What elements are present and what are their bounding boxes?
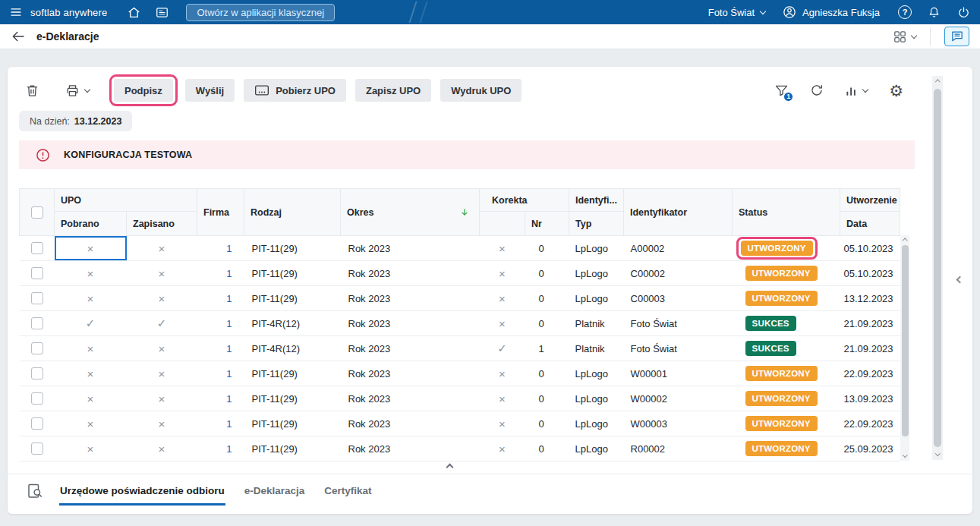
table-row[interactable]: × × 1 PIT-11(29) Rok 2023 × 0 LpLogo W00…: [20, 361, 900, 386]
row-checkbox[interactable]: [31, 317, 43, 329]
group-header-upo[interactable]: UPO: [55, 189, 197, 212]
back-icon[interactable]: [11, 29, 26, 44]
cell-nr[interactable]: 0: [525, 286, 569, 311]
scroll-up-icon[interactable]: [932, 76, 943, 87]
cell-okres[interactable]: Rok 2023: [341, 286, 480, 311]
column-header-nr[interactable]: Nr: [525, 212, 569, 236]
cell-status[interactable]: UTWORZONY: [733, 236, 840, 261]
row-checkbox[interactable]: [31, 342, 43, 354]
cell-rodzaj[interactable]: PIT-11(29): [244, 361, 341, 386]
cell-korekta[interactable]: ×: [480, 286, 525, 311]
cell-korekta[interactable]: ×: [480, 386, 525, 411]
column-header-korekta-flag[interactable]: [480, 212, 525, 236]
table-row[interactable]: × × 1 PIT-11(29) Rok 2023 × 0 LpLogo W00…: [20, 386, 900, 411]
cell-nr[interactable]: 0: [525, 236, 569, 261]
table-row[interactable]: × × 1 PIT-11(29) Rok 2023 × 0 LpLogo W00…: [20, 411, 900, 436]
page-scrollbar[interactable]: [932, 76, 943, 460]
cell-typ[interactable]: LpLogo: [569, 361, 624, 386]
cell-zapisano[interactable]: ✓: [127, 311, 197, 336]
open-classic-button[interactable]: Otwórz w aplikacji klasycznej: [186, 4, 335, 21]
cell-select[interactable]: [20, 311, 55, 336]
cell-select[interactable]: [20, 436, 55, 461]
cell-rodzaj[interactable]: PIT-4R(12): [244, 311, 341, 336]
cell-firma[interactable]: 1: [197, 311, 244, 336]
wyslij-button[interactable]: Wyślij: [185, 79, 235, 102]
column-header-okres[interactable]: Okres: [341, 189, 480, 236]
cell-data[interactable]: 22.09.2023: [840, 411, 900, 436]
scrollbar-thumb[interactable]: [902, 245, 909, 436]
table-row[interactable]: × × 1 PIT-11(29) Rok 2023 × 0 LpLogo R00…: [20, 436, 900, 461]
cell-pobrano[interactable]: ×: [55, 411, 127, 436]
cell-okres[interactable]: Rok 2023: [341, 261, 480, 286]
cell-data[interactable]: 05.10.2023: [840, 261, 900, 286]
date-filter-chip[interactable]: Na dzień: 13.12.2023: [19, 111, 132, 131]
company-menu[interactable]: Foto Świat: [708, 7, 765, 18]
cell-data[interactable]: 05.10.2023: [840, 236, 900, 261]
table-row[interactable]: × × 1 PIT-11(29) Rok 2023 × 0 LpLogo C00…: [20, 261, 900, 286]
cell-zapisano[interactable]: ×: [127, 361, 197, 386]
cell-pobrano[interactable]: ×: [55, 436, 127, 461]
cell-rodzaj[interactable]: PIT-11(29): [244, 236, 341, 261]
scroll-down-icon[interactable]: [900, 452, 909, 461]
cell-zapisano[interactable]: ×: [127, 261, 197, 286]
cell-rodzaj[interactable]: PIT-11(29): [244, 411, 341, 436]
cell-data[interactable]: 13.12.2023: [840, 286, 900, 311]
cell-korekta[interactable]: ✓: [480, 336, 525, 361]
table-row[interactable]: × × 1 PIT-11(29) Rok 2023 × 0 LpLogo A00…: [20, 236, 900, 261]
preview-search-icon[interactable]: [26, 482, 44, 500]
cell-firma[interactable]: 1: [197, 286, 244, 311]
firma-link[interactable]: 1: [226, 243, 232, 254]
firma-link[interactable]: 1: [226, 393, 232, 405]
cell-pobrano[interactable]: ×: [55, 261, 127, 286]
cell-data[interactable]: 13.09.2023: [840, 386, 900, 411]
table-row[interactable]: ✓ ✓ 1 PIT-4R(12) Rok 2023 × 0 Platnik Fo…: [20, 311, 900, 336]
cell-firma[interactable]: 1: [197, 361, 244, 386]
column-header-rodzaj[interactable]: Rodzaj: [244, 189, 341, 236]
cell-nr[interactable]: 0: [525, 436, 569, 461]
cell-zapisano[interactable]: ×: [127, 336, 197, 361]
row-checkbox[interactable]: [31, 443, 43, 455]
cell-identyfikator[interactable]: W00003: [624, 411, 733, 436]
cell-typ[interactable]: LpLogo: [569, 236, 624, 261]
cell-zapisano[interactable]: ×: [127, 286, 197, 311]
column-header-pobrano[interactable]: Pobrano: [55, 212, 127, 236]
layout-switcher[interactable]: [893, 30, 916, 44]
help-icon[interactable]: ?: [898, 5, 912, 19]
cell-okres[interactable]: Rok 2023: [341, 361, 480, 386]
cell-pobrano[interactable]: ×: [55, 286, 127, 311]
cell-status[interactable]: SUKCES: [733, 311, 840, 336]
cell-status[interactable]: UTWORZONY: [733, 286, 840, 311]
pobierz-upo-button[interactable]: Pobierz UPO: [244, 79, 346, 102]
firma-link[interactable]: 1: [226, 368, 232, 380]
cell-identyfikator[interactable]: Foto Świat: [624, 336, 733, 361]
cell-rodzaj[interactable]: PIT-11(29): [244, 386, 341, 411]
group-header-utworzenie[interactable]: Utworzenie: [840, 189, 900, 212]
cell-zapisano[interactable]: ×: [127, 411, 197, 436]
cell-status[interactable]: UTWORZONY: [733, 261, 840, 286]
cell-pobrano[interactable]: ×: [55, 236, 127, 261]
cell-nr[interactable]: 0: [525, 386, 569, 411]
filter-icon[interactable]: 1: [774, 83, 789, 99]
cell-data[interactable]: 25.09.2023: [840, 436, 900, 461]
cell-nr[interactable]: 1: [525, 336, 569, 361]
cell-korekta[interactable]: ×: [480, 261, 525, 286]
scroll-down-icon[interactable]: [932, 449, 943, 460]
side-panel-collapse[interactable]: [957, 272, 963, 285]
user-menu[interactable]: Agnieszka Fuksja: [782, 5, 880, 20]
firma-link[interactable]: 1: [226, 443, 232, 455]
firma-link[interactable]: 1: [226, 418, 232, 430]
table-row[interactable]: × × 1 PIT-4R(12) Rok 2023 ✓ 1 Platnik Fo…: [20, 336, 900, 361]
column-header-data[interactable]: Data: [840, 212, 900, 236]
cell-identyfikator[interactable]: R00002: [624, 436, 733, 461]
cell-firma[interactable]: 1: [197, 336, 244, 361]
chart-icon[interactable]: [844, 83, 868, 98]
cell-pobrano[interactable]: ✓: [55, 311, 127, 336]
chat-button[interactable]: [944, 27, 969, 46]
cell-status[interactable]: SUKCES: [733, 336, 840, 361]
collapse-panel-handle[interactable]: [8, 462, 892, 470]
cell-nr[interactable]: 0: [525, 311, 569, 336]
power-icon[interactable]: [956, 5, 971, 20]
cell-select[interactable]: [20, 336, 55, 361]
row-checkbox[interactable]: [31, 392, 43, 405]
cell-status[interactable]: UTWORZONY: [733, 386, 840, 411]
